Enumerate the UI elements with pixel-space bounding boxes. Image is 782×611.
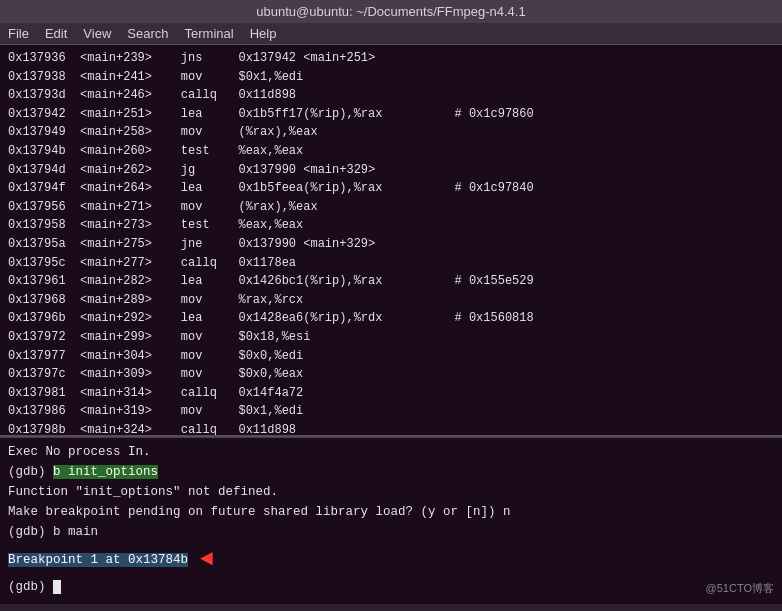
gdb-breakpoint-line-wrapper: Breakpoint 1 at 0x13784b ◄ (8, 542, 774, 577)
disasm-line: 0x137977 <main+304> mov $0x0,%edi (8, 347, 774, 366)
disasm-line: 0x13794d <main+262> jg 0x137990 <main+32… (8, 161, 774, 180)
disasm-line: 0x137942 <main+251> lea 0x1b5ff17(%rip),… (8, 105, 774, 124)
gdb-cursor (53, 580, 61, 594)
menu-search[interactable]: Search (127, 26, 168, 41)
disasm-line: 0x13793d <main+246> callq 0x11d898 (8, 86, 774, 105)
disasm-line: 0x137961 <main+282> lea 0x1426bc1(%rip),… (8, 272, 774, 291)
gdb-breakpoint-highlight: Breakpoint 1 at 0x13784b (8, 553, 188, 567)
disasm-line: 0x137968 <main+289> mov %rax,%rcx (8, 291, 774, 310)
menubar: File Edit View Search Terminal Help (0, 23, 782, 45)
disasm-line: 0x137956 <main+271> mov (%rax),%eax (8, 198, 774, 217)
disasm-line: 0x13798b <main+324> callq 0x11d898 (8, 421, 774, 435)
disasm-line: 0x137936 <main+239> jns 0x137942 <main+2… (8, 49, 774, 68)
gdb-exec-line: Exec No process In. (8, 442, 774, 462)
disasm-line: 0x13797c <main+309> mov $0x0,%eax (8, 365, 774, 384)
menu-file[interactable]: File (8, 26, 29, 41)
gdb-function-line: Function "init_options" not defined. (8, 482, 774, 502)
disasm-line: 0x137972 <main+299> mov $0x18,%esi (8, 328, 774, 347)
menu-help[interactable]: Help (250, 26, 277, 41)
menu-view[interactable]: View (83, 26, 111, 41)
disasm-line: 0x13795a <main+275> jne 0x137990 <main+3… (8, 235, 774, 254)
watermark: @51CTO博客 (706, 580, 774, 598)
gdb-pane[interactable]: Exec No process In.(gdb) b init_optionsF… (0, 437, 782, 604)
disasm-pane: 0x137936 <main+239> jns 0x137942 <main+2… (0, 45, 782, 435)
red-arrow-icon: ◄ (200, 542, 213, 577)
titlebar: ubuntu@ubuntu: ~/Documents/FFmpeg-n4.4.1 (0, 0, 782, 23)
titlebar-text: ubuntu@ubuntu: ~/Documents/FFmpeg-n4.4.1 (256, 4, 525, 19)
disasm-line: 0x137981 <main+314> callq 0x14f4a72 (8, 384, 774, 403)
disasm-line: 0x13796b <main+292> lea 0x1428ea6(%rip),… (8, 309, 774, 328)
disasm-line: 0x137949 <main+258> mov (%rax),%eax (8, 123, 774, 142)
disasm-line: 0x137958 <main+273> test %eax,%eax (8, 216, 774, 235)
gdb-final-prompt[interactable]: (gdb) (8, 577, 774, 597)
gdb-command-2: (gdb) b main (8, 522, 774, 542)
disasm-line: 0x13794f <main+264> lea 0x1b5feea(%rip),… (8, 179, 774, 198)
disasm-line: 0x13794b <main+260> test %eax,%eax (8, 142, 774, 161)
disasm-line: 0x137938 <main+241> mov $0x1,%edi (8, 68, 774, 87)
disasm-line: 0x137986 <main+319> mov $0x1,%edi (8, 402, 774, 421)
gdb-command-1: (gdb) b init_options (8, 462, 774, 482)
gdb-breakpoint-line: Breakpoint 1 at 0x13784b (8, 550, 188, 570)
disasm-line: 0x13795c <main+277> callq 0x1178ea (8, 254, 774, 273)
terminal: 0x137936 <main+239> jns 0x137942 <main+2… (0, 45, 782, 604)
gdb-cmd1-highlight: b init_options (53, 465, 158, 479)
menu-edit[interactable]: Edit (45, 26, 67, 41)
menu-terminal[interactable]: Terminal (185, 26, 234, 41)
gdb-pending-line: Make breakpoint pending on future shared… (8, 502, 774, 522)
